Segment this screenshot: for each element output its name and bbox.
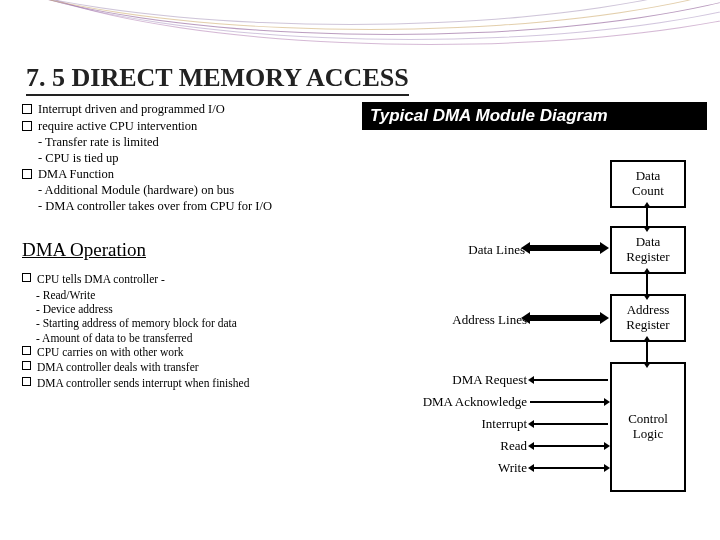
bullet-text: DMA controller sends interrupt when fini… xyxy=(37,376,249,390)
bullet-icon xyxy=(22,361,31,370)
bullet-icon xyxy=(22,121,32,131)
sub-bullet: - DMA controller takes over from CPU for… xyxy=(22,199,362,215)
bullet-icon xyxy=(22,104,32,114)
sub-bullet: - Read/Write xyxy=(22,288,362,302)
bullet-icon xyxy=(22,377,31,386)
bullet-icon xyxy=(22,169,32,179)
sub-bullet: - Device address xyxy=(22,302,362,316)
bullet-icon xyxy=(22,273,31,282)
bullet-text: CPU carries on with other work xyxy=(37,345,184,359)
sub-bullet: - Transfer rate is limited xyxy=(22,135,362,151)
label-read: Read xyxy=(482,438,527,454)
box-address-register: Address Register xyxy=(610,294,686,342)
sub-bullet: - CPU is tied up xyxy=(22,151,362,167)
diagram-title: Typical DMA Module Diagram xyxy=(362,102,707,130)
box-data-count: Data Count xyxy=(610,160,686,208)
box-data-register: Data Register xyxy=(610,226,686,274)
diagram-column: Typical DMA Module Diagram Data Count Da… xyxy=(362,102,714,532)
box-control-logic: Control Logic xyxy=(610,362,686,492)
decorative-header xyxy=(0,0,720,60)
subheading: DMA Operation xyxy=(22,238,362,262)
sub-bullet: - Starting address of memory block for d… xyxy=(22,316,362,330)
sub-bullet: - Additional Module (hardware) on bus xyxy=(22,183,362,199)
label-data-lines: Data Lines xyxy=(447,242,525,258)
label-write: Write xyxy=(477,460,527,476)
bullet-text: Interrupt driven and programmed I/O xyxy=(38,102,225,118)
bullet-text: CPU tells DMA controller - xyxy=(37,272,165,286)
dma-diagram: Data Count Data Register Address Registe… xyxy=(362,130,714,520)
label-address-lines: Address Lines xyxy=(422,312,527,328)
label-dma-request: DMA Request xyxy=(417,372,527,388)
bullet-icon xyxy=(22,346,31,355)
label-dma-ack: DMA Acknowledge xyxy=(382,394,527,410)
label-interrupt: Interrupt xyxy=(457,416,527,432)
text-column: Interrupt driven and programmed I/O requ… xyxy=(22,102,362,391)
sub-bullet: - Amount of data to be transferred xyxy=(22,331,362,345)
bullet-text: require active CPU intervention xyxy=(38,119,197,135)
bullet-text: DMA Function xyxy=(38,167,114,183)
page-title: 7. 5 DIRECT MEMORY ACCESS xyxy=(26,63,409,96)
bullet-text: DMA controller deals with transfer xyxy=(37,360,199,374)
